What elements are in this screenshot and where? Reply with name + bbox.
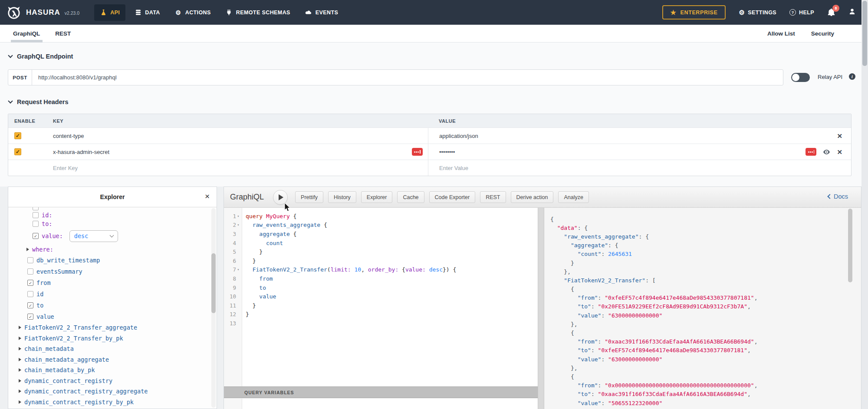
query-variables-bar[interactable]: QUERY VARIABLES: [224, 386, 538, 398]
field-checkbox[interactable]: [33, 221, 39, 227]
explorer-item-to[interactable]: to:: [8, 219, 211, 228]
value-input[interactable]: application/json✕: [428, 128, 851, 144]
explorer-item-FiatTokenV2-2-Transfer-by-pk[interactable]: FiatTokenV2_2_Transfer_by_pk: [8, 333, 211, 344]
rest-button[interactable]: REST: [480, 191, 506, 203]
page-scrollbar[interactable]: [861, 0, 868, 409]
explorer-item-from[interactable]: ✓from: [8, 277, 211, 288]
execute-query-button[interactable]: [273, 190, 288, 205]
settings-button[interactable]: ⚙ SETTINGS: [739, 9, 776, 16]
explorer-item-to[interactable]: ✓to: [8, 300, 211, 311]
order-direction-dropdown[interactable]: desc: [69, 230, 118, 242]
tab-graphiql[interactable]: GraphiQL: [13, 30, 40, 37]
column-enable: ENABLE: [14, 118, 35, 124]
cache-button[interactable]: Cache: [397, 191, 424, 203]
explorer-item-value[interactable]: ✓value:desc: [8, 228, 211, 244]
key-input[interactable]: content-type: [39, 133, 428, 139]
explorer-title: Explorer: [100, 193, 125, 200]
explorer-item-dynamic-contract-registry-aggregate[interactable]: dynamic_contract_registry_aggregate: [8, 386, 211, 397]
field-checkbox[interactable]: [33, 212, 39, 218]
eye-icon[interactable]: [823, 148, 830, 156]
info-icon[interactable]: i: [849, 73, 855, 80]
explorer-item-chain-metadata-aggregate[interactable]: chain_metadata_aggregate: [8, 354, 211, 365]
page-scrollbar-thumb[interactable]: [862, 1, 867, 66]
editor-response-divider[interactable]: [538, 208, 544, 409]
column-key: KEY: [53, 118, 63, 124]
chevron-down-icon: [8, 53, 13, 58]
field-checkbox[interactable]: [27, 291, 33, 297]
explorer-item-label: chain_metadata_by_pk: [24, 366, 95, 373]
history-button[interactable]: History: [328, 191, 356, 203]
close-icon[interactable]: ×: [205, 192, 210, 200]
nav-item-remote-schemas[interactable]: REMOTE SCHEMAS: [220, 4, 296, 21]
hasura-brand[interactable]: HASURA v2.23.0: [6, 5, 79, 20]
field-checkbox[interactable]: ✓: [27, 314, 33, 320]
explorer-tree: id:to:✓value:descwhere:db_write_timestam…: [8, 207, 211, 409]
value-input[interactable]: ••••••••✕: [428, 144, 851, 160]
caret-right-icon: [26, 248, 29, 251]
relay-api-toggle[interactable]: [791, 73, 810, 82]
derive-action-button[interactable]: Derive action: [511, 191, 554, 203]
explorer-button[interactable]: Explorer: [361, 191, 393, 203]
tab-allow-list[interactable]: Allow List: [767, 30, 795, 37]
field-checkbox[interactable]: ✓: [27, 302, 33, 308]
nav-item-events[interactable]: EVENTS: [299, 4, 344, 21]
nav-label: API: [110, 10, 120, 16]
response-scrollbar-thumb[interactable]: [848, 209, 852, 282]
field-checkbox[interactable]: ✓: [27, 280, 33, 286]
request-headers-section-header[interactable]: Request Headers: [9, 98, 68, 105]
explorer-item-chain-metadata-by-pk[interactable]: chain_metadata_by_pk: [8, 365, 211, 376]
query-variables-editor[interactable]: [224, 399, 538, 409]
caret-right-icon: [19, 389, 21, 393]
graphql-endpoint-section-header[interactable]: GraphQL Endpoint: [9, 53, 73, 60]
query-code[interactable]: query MyQuery { raw_events_aggregate { a…: [242, 208, 538, 386]
explorer-item-clipped[interactable]: [8, 207, 211, 211]
explorer-item-where[interactable]: where:: [8, 244, 211, 255]
question-icon: ?: [789, 9, 796, 16]
field-checkbox[interactable]: [27, 257, 33, 263]
query-editor[interactable]: 1▾2▾34567▾8910111213 query MyQuery { raw…: [224, 208, 538, 409]
tab-rest[interactable]: REST: [55, 30, 71, 37]
remove-header-icon[interactable]: ✕: [837, 133, 842, 139]
nav-label: REMOTE SCHEMAS: [236, 10, 290, 16]
nav-item-data[interactable]: DATA: [129, 4, 165, 21]
nav-item-actions[interactable]: ⚙ACTIONS: [169, 4, 217, 21]
explorer-item-value[interactable]: ✓value: [8, 311, 211, 322]
tab-security[interactable]: Security: [811, 30, 834, 37]
remove-header-icon[interactable]: ✕: [837, 149, 842, 155]
scrollbar-thumb[interactable]: [211, 253, 216, 313]
field-checkbox[interactable]: ✓: [33, 233, 39, 239]
enable-checkbox[interactable]: ✓: [14, 132, 21, 139]
explorer-item-label: from: [36, 279, 51, 286]
endpoint-row: POST http://localhost:8080/v1/graphql: [8, 69, 783, 85]
endpoint-url-input[interactable]: http://localhost:8080/v1/graphql: [32, 70, 783, 85]
new-key-input[interactable]: Enter Key: [53, 165, 78, 171]
code-exporter-button[interactable]: Code Exporter: [429, 191, 476, 203]
docs-link[interactable]: Docs: [828, 193, 848, 200]
explorer-item-FiatTokenV2-2-Transfer-aggregate[interactable]: FiatTokenV2_2_Transfer_aggregate: [8, 322, 211, 333]
explorer-item-label: FiatTokenV2_2_Transfer_by_pk: [24, 335, 123, 342]
account-button[interactable]: [848, 8, 856, 17]
explorer-item-db-write-timestamp[interactable]: db_write_timestamp: [8, 255, 211, 266]
explorer-item-chain-metadata[interactable]: chain_metadata: [8, 344, 211, 354]
chevron-down-icon: [8, 98, 13, 103]
explorer-item-eventsSummary[interactable]: eventsSummary: [8, 266, 211, 277]
explorer-item-dynamic-contract-registry-by-pk[interactable]: dynamic_contract_registry_by_pk: [8, 397, 211, 408]
enterprise-button[interactable]: ★ ENTERPRISE: [662, 5, 726, 20]
enable-checkbox[interactable]: ✓: [14, 148, 21, 155]
analyze-button[interactable]: Analyze: [558, 191, 589, 203]
help-button[interactable]: ? HELP: [789, 9, 814, 16]
field-checkbox[interactable]: [33, 207, 39, 210]
caret-right-icon: [19, 400, 21, 404]
response-panel: { "data": { "raw_events_aggregate": { "a…: [544, 208, 861, 409]
field-checkbox[interactable]: [27, 268, 33, 275]
nav-item-api[interactable]: API: [94, 4, 125, 21]
explorer-item-id[interactable]: id:: [8, 211, 211, 219]
new-value-input[interactable]: Enter Value: [439, 165, 468, 171]
key-input[interactable]: x-hasura-admin-secret: [39, 149, 428, 155]
explorer-scrollbar[interactable]: [211, 208, 216, 408]
notifications-button[interactable]: 8: [827, 8, 835, 16]
prettify-button[interactable]: Prettify: [295, 191, 323, 203]
explorer-item-id[interactable]: id: [8, 288, 211, 300]
graphiql-panel: GraphiQL PrettifyHistoryExplorerCacheCod…: [224, 187, 861, 409]
explorer-item-dynamic-contract-registry[interactable]: dynamic_contract_registry: [8, 376, 211, 386]
